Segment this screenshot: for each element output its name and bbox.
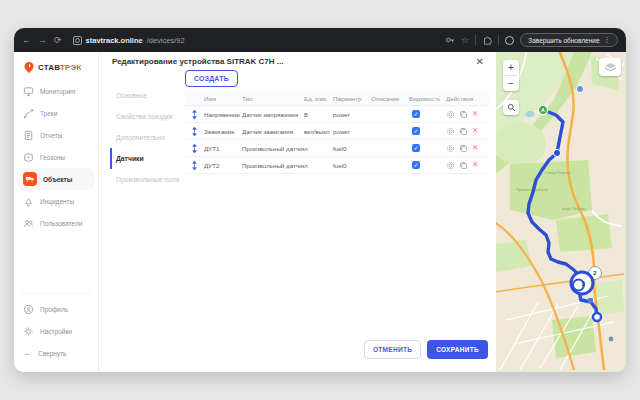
svg-text:3: 3 <box>581 280 585 287</box>
report-icon <box>23 130 34 141</box>
sidebar-item-tracks[interactable]: Треки <box>18 102 94 124</box>
sensor-unit: л <box>304 162 333 169</box>
close-icon[interactable]: ✕ <box>476 56 484 67</box>
drag-handle-icon[interactable] <box>185 160 204 171</box>
zoom-in-button[interactable]: + <box>503 60 519 75</box>
sidebar-item-objects[interactable]: Объекты <box>18 168 94 190</box>
table-row: Зажигание Датчик зажигания вкл/выкл powe… <box>185 123 489 140</box>
create-button[interactable]: СОЗДАТЬ <box>185 70 238 87</box>
passwords-icon[interactable] <box>445 35 455 45</box>
sensor-settings-icon[interactable] <box>446 110 455 119</box>
sensor-name: Напряжение <box>204 111 242 118</box>
tab-main[interactable]: Основное <box>110 85 182 106</box>
person-icon <box>23 304 34 315</box>
url-path: /devices/92 <box>147 36 185 45</box>
sensor-settings-icon[interactable] <box>446 161 455 170</box>
sidebar-item-label: Геозоны <box>40 154 65 161</box>
sidebar-item-monitoring[interactable]: Мониторинг <box>18 80 94 102</box>
tracks-icon <box>23 108 34 119</box>
address-bar[interactable]: stavtrack.online /devices/92 <box>73 36 185 45</box>
geozone-icon <box>23 152 34 163</box>
logo-icon <box>23 61 35 74</box>
map-zoom-control: + − <box>503 60 519 91</box>
finish-update-button[interactable]: Завершить обновление ⋮ <box>520 33 618 47</box>
visibility-checkbox[interactable]: ✓ <box>412 110 420 118</box>
table-row: ДУТ1 Произвольный датчик л fuel0 ✓ ✕ <box>185 140 489 157</box>
modal-title: Редактирование устройства SITRAK C7H ... <box>112 57 283 66</box>
sidebar-item-label: Пользователи <box>40 220 82 227</box>
cluster-marker-3[interactable]: 3 <box>571 272 593 294</box>
browser-topbar: ← → ⟳ stavtrack.online /devices/92 ☆ Зав… <box>14 28 626 52</box>
logo[interactable]: СТАВТРЭК <box>14 52 98 80</box>
back-icon[interactable]: ← <box>22 36 31 45</box>
forward-icon[interactable]: → <box>38 36 47 45</box>
visibility-checkbox[interactable]: ✓ <box>412 127 420 135</box>
check-icon: ✓ <box>413 145 418 151</box>
sidebar-divider <box>22 293 90 294</box>
bookmark-star-icon[interactable]: ☆ <box>461 36 469 45</box>
duplicate-icon[interactable] <box>459 161 468 170</box>
drag-handle-icon[interactable] <box>185 143 204 154</box>
waypoint-marker[interactable] <box>553 149 560 156</box>
delete-icon[interactable]: ✕ <box>472 110 478 118</box>
drag-handle-icon[interactable] <box>185 109 204 120</box>
tab-sensors[interactable]: Датчики <box>110 148 182 169</box>
objects-icon <box>23 172 37 186</box>
sensor-unit: В <box>304 111 333 118</box>
save-button[interactable]: СОХРАНИТЬ <box>427 340 488 359</box>
sensor-unit: л <box>304 145 333 152</box>
end-marker[interactable] <box>593 313 601 321</box>
tab-custom-fields[interactable]: Произвольные поля <box>110 169 182 190</box>
check-icon: ✓ <box>413 128 418 134</box>
delete-icon[interactable]: ✕ <box>472 144 478 152</box>
modal-tabs: Основное Свойства поездки Дополнительно … <box>110 85 182 190</box>
delete-icon[interactable]: ✕ <box>472 161 478 169</box>
tab-trip-properties[interactable]: Свойства поездки <box>110 106 182 127</box>
map-label-skver: сквер Памяти <box>546 171 570 175</box>
cancel-button[interactable]: ОТМЕНИТЬ <box>364 340 421 359</box>
delete-icon[interactable]: ✕ <box>472 127 478 135</box>
check-icon: ✓ <box>413 162 418 168</box>
visibility-checkbox[interactable]: ✓ <box>412 144 420 152</box>
sidebar-item-label: Инциденты <box>40 198 74 205</box>
extensions-icon[interactable] <box>482 35 492 45</box>
col-desc: Описание <box>371 95 409 102</box>
poi-marker[interactable] <box>588 298 593 303</box>
duplicate-icon[interactable] <box>459 127 468 136</box>
sensor-settings-icon[interactable] <box>446 144 455 153</box>
visibility-checkbox[interactable]: ✓ <box>412 161 420 169</box>
topbar-divider <box>498 35 499 45</box>
zoom-out-button[interactable]: − <box>503 76 519 91</box>
sensor-name: ДУТ2 <box>204 162 242 169</box>
sensor-settings-icon[interactable] <box>446 127 455 136</box>
search-icon <box>507 103 516 112</box>
sidebar-item-collapse[interactable]: ← Свернуть <box>18 342 94 364</box>
more-icon[interactable]: ⋮ <box>604 36 611 44</box>
map-search-button[interactable] <box>503 100 519 115</box>
site-icon <box>73 36 82 45</box>
sensor-type: Датчик напряжения <box>242 111 304 118</box>
sidebar-item-users[interactable]: Пользователи <box>18 212 94 234</box>
topbar-divider <box>475 35 476 45</box>
sidebar-item-reports[interactable]: Отчеты <box>18 124 94 146</box>
table-row: ДУТ2 Произвольный датчик л fuel0 ✓ ✕ <box>185 157 489 174</box>
users-icon <box>23 218 34 229</box>
map-panel[interactable]: Промышленный парк Победы сквер Памяти <box>496 52 626 372</box>
sensor-type: Датчик зажигания <box>242 128 304 135</box>
poi-marker[interactable] <box>576 85 583 92</box>
sensors-table: Имя Тип Ед. изм. Параметр Описание Видим… <box>185 91 489 174</box>
sidebar-item-geozones[interactable]: Геозоны <box>18 146 94 168</box>
sidebar-item-settings[interactable]: Настройки <box>18 320 94 342</box>
sidebar-item-incidents[interactable]: Инциденты <box>18 190 94 212</box>
drag-handle-icon[interactable] <box>185 126 204 137</box>
tab-additional[interactable]: Дополнительно <box>110 127 182 148</box>
duplicate-icon[interactable] <box>459 110 468 119</box>
sidebar-item-label: Профиль <box>40 306 68 313</box>
refresh-icon[interactable]: ⟳ <box>54 36 62 45</box>
duplicate-icon[interactable] <box>459 144 468 153</box>
poi-marker[interactable] <box>609 337 614 342</box>
map-layers-button[interactable] <box>599 58 621 76</box>
profile-avatar-icon[interactable] <box>505 36 514 45</box>
sidebar-item-label: Настройки <box>40 328 72 335</box>
sidebar-item-profile[interactable]: Профиль <box>18 298 94 320</box>
